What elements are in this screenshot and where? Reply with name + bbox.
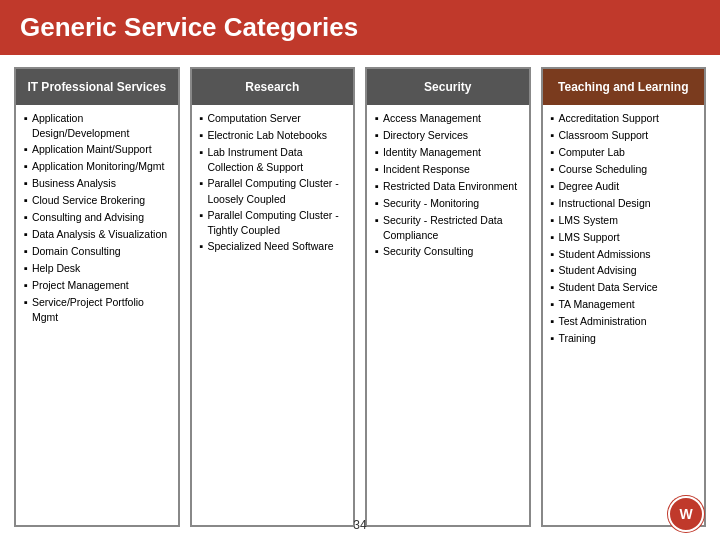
list-item: ▪Parallel Computing Cluster - Loosely Co… <box>200 176 346 206</box>
content-area: IT Professional Services ▪Application De… <box>0 55 720 539</box>
list-item: ▪Lab Instrument Data Collection & Suppor… <box>200 145 346 175</box>
page-title: Generic Service Categories <box>20 12 700 43</box>
bullet-icon: ▪ <box>551 128 555 144</box>
list-item: ▪Access Management <box>375 111 521 127</box>
uw-badge: W <box>668 496 704 532</box>
list-item: ▪Consulting and Advising <box>24 210 170 226</box>
list-item: ▪Test Administration <box>551 314 697 330</box>
bullet-icon: ▪ <box>551 247 555 263</box>
bullet-icon: ▪ <box>375 162 379 178</box>
bullet-icon: ▪ <box>24 142 28 158</box>
list-item: ▪Data Analysis & Visualization <box>24 227 170 243</box>
list-item: ▪Cloud Service Brokering <box>24 193 170 209</box>
teaching-learning-title: Teaching and Learning <box>543 69 705 105</box>
list-item: ▪Computation Server <box>200 111 346 127</box>
bullet-icon: ▪ <box>551 230 555 246</box>
header: Generic Service Categories <box>0 0 720 55</box>
category-research: Research ▪Computation Server▪Electronic … <box>190 67 356 527</box>
list-item: ▪LMS System <box>551 213 697 229</box>
bullet-icon: ▪ <box>24 295 28 311</box>
bullet-icon: ▪ <box>551 213 555 229</box>
list-item: ▪Incident Response <box>375 162 521 178</box>
bullet-icon: ▪ <box>375 244 379 260</box>
bullet-icon: ▪ <box>24 244 28 260</box>
list-item: ▪Instructional Design <box>551 196 697 212</box>
research-title: Research <box>192 69 354 105</box>
bullet-icon: ▪ <box>551 162 555 178</box>
bullet-icon: ▪ <box>375 145 379 161</box>
list-item: ▪Business Analysis <box>24 176 170 192</box>
security-title: Security <box>367 69 529 105</box>
bullet-icon: ▪ <box>24 261 28 277</box>
it-professional-items: ▪Application Design/Development▪Applicat… <box>16 105 178 525</box>
list-item: ▪Parallel Computing Cluster - Tightly Co… <box>200 208 346 238</box>
bullet-icon: ▪ <box>200 145 204 161</box>
list-item: ▪Training <box>551 331 697 347</box>
bullet-icon: ▪ <box>200 208 204 224</box>
bullet-icon: ▪ <box>200 176 204 192</box>
list-item: ▪Help Desk <box>24 261 170 277</box>
bullet-icon: ▪ <box>551 314 555 330</box>
list-item: ▪TA Management <box>551 297 697 313</box>
list-item: ▪Application Monitoring/Mgmt <box>24 159 170 175</box>
bullet-icon: ▪ <box>200 239 204 255</box>
bullet-icon: ▪ <box>551 331 555 347</box>
list-item: ▪Computer Lab <box>551 145 697 161</box>
bullet-icon: ▪ <box>200 111 204 127</box>
list-item: ▪Accreditation Support <box>551 111 697 127</box>
list-item: ▪Application Maint/Support <box>24 142 170 158</box>
bullet-icon: ▪ <box>375 196 379 212</box>
list-item: ▪Classroom Support <box>551 128 697 144</box>
list-item: ▪Student Advising <box>551 263 697 279</box>
list-item: ▪Restricted Data Environment <box>375 179 521 195</box>
research-items: ▪Computation Server▪Electronic Lab Noteb… <box>192 105 354 525</box>
list-item: ▪Security - Restricted Data Compliance <box>375 213 521 243</box>
list-item: ▪Electronic Lab Notebooks <box>200 128 346 144</box>
page-number: 34 <box>353 518 366 532</box>
bullet-icon: ▪ <box>551 196 555 212</box>
bullet-icon: ▪ <box>551 280 555 296</box>
it-professional-title: IT Professional Services <box>16 69 178 105</box>
list-item: ▪Student Admissions <box>551 247 697 263</box>
security-items: ▪Access Management▪Directory Services▪Id… <box>367 105 529 525</box>
list-item: ▪Student Data Service <box>551 280 697 296</box>
bullet-icon: ▪ <box>24 193 28 209</box>
teaching-learning-items: ▪Accreditation Support▪Classroom Support… <box>543 105 705 525</box>
bullet-icon: ▪ <box>200 128 204 144</box>
list-item: ▪Specialized Need Software <box>200 239 346 255</box>
bullet-icon: ▪ <box>24 111 28 127</box>
category-security: Security ▪Access Management▪Directory Se… <box>365 67 531 527</box>
list-item: ▪LMS Support <box>551 230 697 246</box>
list-item: ▪Project Management <box>24 278 170 294</box>
bullet-icon: ▪ <box>24 227 28 243</box>
bullet-icon: ▪ <box>551 145 555 161</box>
badger-logo: W <box>668 496 704 532</box>
list-item: ▪Domain Consulting <box>24 244 170 260</box>
bullet-icon: ▪ <box>551 263 555 279</box>
list-item: ▪Service/Project Portfolio Mgmt <box>24 295 170 325</box>
bullet-icon: ▪ <box>375 213 379 229</box>
bullet-icon: ▪ <box>551 297 555 313</box>
bullet-icon: ▪ <box>24 210 28 226</box>
category-teaching-learning: Teaching and Learning ▪Accreditation Sup… <box>541 67 707 527</box>
bullet-icon: ▪ <box>375 179 379 195</box>
list-item: ▪Course Scheduling <box>551 162 697 178</box>
bullet-icon: ▪ <box>24 176 28 192</box>
bullet-icon: ▪ <box>551 111 555 127</box>
bullet-icon: ▪ <box>24 278 28 294</box>
list-item: ▪Application Design/Development <box>24 111 170 141</box>
bullet-icon: ▪ <box>24 159 28 175</box>
bullet-icon: ▪ <box>551 179 555 195</box>
list-item: ▪Degree Audit <box>551 179 697 195</box>
list-item: ▪Directory Services <box>375 128 521 144</box>
list-item: ▪Security Consulting <box>375 244 521 260</box>
list-item: ▪Identity Management <box>375 145 521 161</box>
category-it-professional: IT Professional Services ▪Application De… <box>14 67 180 527</box>
bullet-icon: ▪ <box>375 128 379 144</box>
bullet-icon: ▪ <box>375 111 379 127</box>
list-item: ▪Security - Monitoring <box>375 196 521 212</box>
